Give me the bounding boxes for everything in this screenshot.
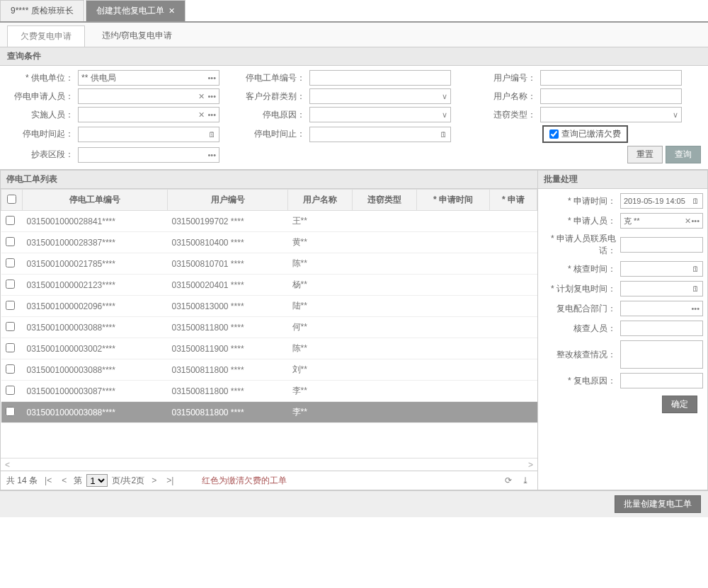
row-checkbox[interactable]: [6, 364, 15, 374]
calendar-icon[interactable]: 🗓: [437, 130, 447, 139]
steal-type-select[interactable]: ∨: [540, 107, 682, 122]
pager-prev-icon[interactable]: <: [59, 475, 69, 485]
tab-create-repower-order[interactable]: 创建其他复电工单 ✕: [86, 0, 185, 21]
check-time-input[interactable]: 🗓: [620, 261, 703, 277]
row-checkbox[interactable]: [6, 407, 15, 416]
impl-person-input[interactable]: ✕•••: [78, 107, 219, 122]
pager-last-icon[interactable]: >|: [164, 475, 176, 485]
time-end-input[interactable]: 🗓: [309, 127, 451, 142]
pager-page-select[interactable]: 1: [86, 474, 108, 487]
table-row[interactable]: 0315001000003002****031500811900 ****陈**: [1, 338, 537, 359]
time-end-label: 停电时间止：: [239, 128, 309, 140]
cell-user-name: 黄**: [288, 232, 353, 253]
row-checkbox[interactable]: [6, 301, 15, 310]
cell-user-no: 031500811900 ****: [167, 338, 287, 359]
calendar-icon[interactable]: 🗓: [205, 130, 216, 139]
check-paid-wrap[interactable]: 查询已缴清欠费: [542, 125, 628, 143]
table-row[interactable]: 0315001000003088****031500811800 ****何**: [1, 317, 537, 338]
row-checkbox[interactable]: [6, 237, 15, 246]
cell-order-no: 0315001000002096****: [23, 296, 168, 317]
select-all-checkbox[interactable]: [7, 195, 16, 204]
orders-table: 停电工单编号 用户编号 用户名称 违窃类型 * 申请时间 * 申请 031500…: [1, 189, 537, 423]
pager: 共 14 条 |< < 第 1 页/共2页 > >| 红色为缴清欠费的工单 ⟳ …: [1, 471, 537, 490]
chevron-down-icon[interactable]: ∨: [439, 92, 447, 101]
cell-applicant: [489, 317, 537, 338]
pager-export-icon[interactable]: ⤓: [519, 475, 532, 485]
sub-tab-arrears[interactable]: 欠费复电申请: [7, 25, 85, 47]
apply-time-input[interactable]: 2019-05-19 14:05🗓: [620, 193, 703, 209]
supply-unit-input[interactable]: ** 供电局•••: [78, 70, 219, 86]
table-row[interactable]: 0315001000003088****031500811800 ****李**: [1, 402, 537, 423]
clear-icon[interactable]: ✕: [195, 110, 205, 120]
chevron-down-icon[interactable]: ∨: [439, 110, 447, 120]
cell-order-no: 0315001000028387****: [23, 232, 168, 253]
plan-time-input[interactable]: 🗓: [620, 281, 703, 296]
table-row[interactable]: 0315001000003088****031500811800 ****刘**: [1, 359, 537, 381]
table-row[interactable]: 0315001000028387****031500810400 ****黄**: [1, 232, 537, 253]
meter-section-input[interactable]: •••: [78, 147, 219, 163]
row-checkbox[interactable]: [6, 258, 15, 267]
col-user-no[interactable]: 用户编号: [167, 190, 287, 211]
cell-applicant: [489, 253, 537, 275]
time-start-input[interactable]: 🗓: [78, 127, 219, 142]
reset-button[interactable]: 重置: [627, 146, 663, 163]
sub-tab-violation[interactable]: 违约/窃电复电申请: [89, 25, 185, 47]
table-row[interactable]: 0315001000021785****031500810701 ****陈**: [1, 253, 537, 275]
calendar-icon[interactable]: 🗓: [692, 197, 700, 205]
table-row[interactable]: 0315001000002096****031500813000 ****陆**: [1, 296, 537, 317]
pager-first-icon[interactable]: |<: [42, 475, 55, 485]
table-row[interactable]: 0315001000002123****031500020401 ****杨**: [1, 275, 537, 296]
check-time-label: * 核查时间：: [542, 263, 620, 275]
cell-user-name: 刘**: [288, 359, 353, 381]
calendar-icon[interactable]: 🗓: [692, 265, 700, 273]
table-row[interactable]: 0315001000003087****031500811800 ****李**: [1, 381, 537, 402]
batch-create-button[interactable]: 批量创建复电工单: [615, 495, 701, 513]
tab-label: 9**** 质检班班长: [11, 5, 74, 17]
lookup-icon[interactable]: •••: [691, 304, 700, 313]
horizontal-scrollbar[interactable]: <>: [1, 458, 537, 471]
lookup-icon[interactable]: •••: [205, 92, 216, 100]
clear-icon[interactable]: ✕: [685, 217, 691, 226]
applicant-input[interactable]: ✕•••: [78, 88, 219, 104]
cust-group-select[interactable]: ∨: [309, 88, 451, 104]
close-icon[interactable]: ✕: [169, 6, 175, 16]
applicant-tel-input[interactable]: [620, 237, 703, 253]
order-no-input[interactable]: [309, 70, 451, 86]
reason-select[interactable]: ∨: [309, 107, 451, 122]
lookup-icon[interactable]: •••: [205, 110, 216, 119]
user-no-input[interactable]: [540, 70, 682, 86]
row-checkbox[interactable]: [6, 322, 15, 331]
col-applicant[interactable]: * 申请: [489, 190, 537, 211]
batch-applicant-input[interactable]: 克 **✕•••: [620, 213, 703, 229]
col-order-no[interactable]: 停电工单编号: [23, 190, 168, 211]
lookup-icon[interactable]: •••: [205, 151, 216, 159]
cell-order-no: 0315001000028841****: [23, 211, 168, 232]
tab-quality-inspector[interactable]: 9**** 质检班班长: [0, 0, 84, 21]
row-checkbox[interactable]: [6, 279, 15, 289]
row-checkbox[interactable]: [6, 216, 15, 225]
checker-input[interactable]: [620, 321, 703, 336]
lookup-icon[interactable]: •••: [691, 217, 700, 225]
clear-icon[interactable]: ✕: [195, 92, 205, 101]
confirm-button[interactable]: 确定: [662, 396, 697, 413]
pager-next-icon[interactable]: >: [149, 475, 159, 485]
rectify-textarea[interactable]: [620, 340, 703, 369]
col-steal-type[interactable]: 违窃类型: [353, 190, 417, 211]
cell-user-name: 何**: [288, 317, 353, 338]
search-button[interactable]: 查询: [666, 146, 701, 163]
user-name-input[interactable]: [540, 88, 682, 104]
pager-refresh-icon[interactable]: ⟳: [502, 475, 515, 485]
col-apply-time[interactable]: * 申请时间: [416, 190, 489, 211]
repower-reason-input[interactable]: [620, 373, 703, 388]
cell-steal-type: [353, 211, 417, 232]
row-checkbox[interactable]: [6, 343, 15, 352]
check-paid-checkbox[interactable]: [549, 129, 559, 139]
col-user-name[interactable]: 用户名称: [288, 190, 353, 211]
chevron-down-icon[interactable]: ∨: [670, 110, 678, 120]
coop-dept-input[interactable]: •••: [620, 301, 703, 316]
rectify-label: 整改核查情况：: [542, 349, 620, 361]
row-checkbox[interactable]: [6, 386, 15, 395]
table-row[interactable]: 0315001000028841****031500199702 ****王**: [1, 211, 537, 232]
lookup-icon[interactable]: •••: [205, 74, 216, 82]
calendar-icon[interactable]: 🗓: [692, 284, 700, 293]
